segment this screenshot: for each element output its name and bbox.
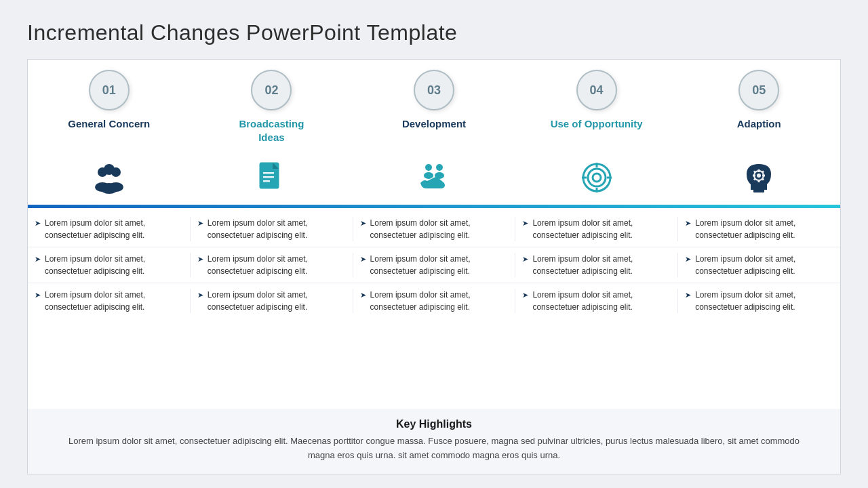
bullet-text-1-4: Lorem ipsum dolor sit amet, consectetuer… [532,217,671,241]
bullets-section: ➤ Lorem ipsum dolor sit amet, consectetu… [28,208,840,409]
bullet-col-3-5: ➤ Lorem ipsum dolor sit amet, consectetu… [678,289,840,313]
arrow-icon-2-2: ➤ [197,253,203,265]
bullet-col-3-2: ➤ Lorem ipsum dolor sit amet, consectetu… [191,289,353,313]
arrow-icon-3-3: ➤ [360,289,366,301]
arrow-icon-3-5: ➤ [685,289,691,301]
step-label-4: Use of Opportunity [551,117,643,131]
bullet-text-2-3: Lorem ipsum dolor sit amet, consectetuer… [370,253,509,277]
bullet-text-1-2: Lorem ipsum dolor sit amet, consectetuer… [208,217,346,241]
step-col-2: 02 BroadcastingIdeas [191,70,353,144]
step-circle-3: 03 [414,70,454,110]
bullet-text-2-4: Lorem ipsum dolor sit amet, consectetuer… [532,253,671,277]
arrow-icon-3-2: ➤ [197,289,203,301]
arrow-icon-1-5: ➤ [685,218,691,229]
bullet-col-1-5: ➤ Lorem ipsum dolor sit amet, consectetu… [678,217,840,241]
svg-rect-27 [753,175,755,177]
bullet-text-1-1: Lorem ipsum dolor sit amet, consectetuer… [45,217,183,241]
arrow-icon-1-2: ➤ [197,218,203,229]
bullet-col-1-1: ➤ Lorem ipsum dolor sit amet, consectetu… [28,217,191,241]
bullet-text-3-1: Lorem ipsum dolor sit amet, consectetuer… [45,289,183,313]
bullet-text-3-2: Lorem ipsum dolor sit amet, consectetuer… [208,289,346,313]
bullet-text-2-5: Lorem ipsum dolor sit amet, consectetuer… [695,253,833,277]
arrow-icon-2-5: ➤ [685,253,691,265]
page: Incremental Changes PowerPoint Template … [0,0,868,488]
bullet-col-1-3: ➤ Lorem ipsum dolor sit amet, consectetu… [353,217,516,241]
svg-rect-25 [758,169,760,172]
step-label-5: Adaption [737,117,781,131]
bullet-text-3-5: Lorem ipsum dolor sit amet, consectetuer… [695,289,833,313]
bullet-col-1-2: ➤ Lorem ipsum dolor sit amet, consectetu… [191,217,353,241]
step-col-4: 04 Use of Opportunity [515,70,678,144]
bullet-col-3-4: ➤ Lorem ipsum dolor sit amet, consectetu… [515,289,678,313]
bullet-text-3-4: Lorem ipsum dolor sit amet, consectetuer… [532,289,671,313]
svg-rect-11 [263,180,270,182]
svg-point-18 [593,174,601,182]
steps-row: 01 General Concern 02 BroadcastingIdeas … [28,60,840,150]
step-col-5: 05 Adaption [677,70,840,144]
bullet-text-1-5: Lorem ipsum dolor sit amet, consectetuer… [695,217,833,241]
arrow-icon-1-4: ➤ [522,218,528,229]
svg-rect-26 [758,180,760,182]
step-label-1: General Concern [68,117,150,131]
head-gear-icon [738,157,779,198]
icon-col-3 [353,157,515,198]
icon-col-5 [677,157,840,198]
svg-point-2 [104,164,115,175]
page-title: Incremental Changes PowerPoint Template [27,20,841,45]
arrow-icon-2-4: ➤ [522,253,528,265]
svg-rect-33 [753,189,764,192]
step-col-3: 03 Development [353,70,515,144]
bullet-col-2-2: ➤ Lorem ipsum dolor sit amet, consectetu… [191,253,353,277]
bullet-text-3-3: Lorem ipsum dolor sit amet, consectetuer… [370,289,509,313]
svg-point-14 [424,172,433,179]
arrow-icon-1-1: ➤ [35,218,41,229]
bullet-row-2: ➤ Lorem ipsum dolor sit amet, consectetu… [28,247,840,283]
bullet-col-2-1: ➤ Lorem ipsum dolor sit amet, consectetu… [28,253,191,277]
arrow-icon-3-1: ➤ [35,289,41,301]
arrow-icon-1-3: ➤ [360,218,366,229]
icon-col-4 [515,157,678,198]
icon-col-2 [191,157,353,198]
svg-point-12 [425,164,432,171]
handshake-icon [414,157,454,198]
step-circle-5: 05 [738,70,779,110]
bullet-col-2-3: ➤ Lorem ipsum dolor sit amet, consectetu… [353,253,516,277]
icons-row [28,150,840,205]
bullet-text-1-3: Lorem ipsum dolor sit amet, consectetuer… [370,217,509,241]
bullet-col-2-5: ➤ Lorem ipsum dolor sit amet, consectetu… [678,253,840,277]
svg-rect-9 [263,172,274,174]
step-circle-4: 04 [576,70,617,110]
svg-point-24 [757,174,761,178]
document-icon [251,157,292,198]
bullet-text-2-1: Lorem ipsum dolor sit amet, consectetuer… [45,253,183,277]
bullet-text-2-2: Lorem ipsum dolor sit amet, consectetuer… [208,253,346,277]
svg-point-5 [100,183,118,194]
svg-rect-10 [263,176,274,178]
bullet-col-2-4: ➤ Lorem ipsum dolor sit amet, consectetu… [515,253,678,277]
step-col-1: 01 General Concern [28,70,191,144]
main-content: 01 General Concern 02 BroadcastingIdeas … [27,59,841,409]
bullet-col-1-4: ➤ Lorem ipsum dolor sit amet, consectetu… [515,217,678,241]
bullet-row-1: ➤ Lorem ipsum dolor sit amet, consectetu… [28,211,840,247]
arrow-icon-2-3: ➤ [360,253,366,265]
footer-title: Key Highlights [55,418,813,430]
footer: Key Highlights Lorem ipsum dolor sit ame… [27,409,841,474]
target-icon [576,157,617,198]
step-label-3: Development [402,117,466,131]
bullet-col-3-1: ➤ Lorem ipsum dolor sit amet, consectetu… [28,289,191,313]
step-circle-2: 02 [251,70,292,110]
step-label-2: BroadcastingIdeas [239,117,304,144]
svg-rect-28 [762,175,765,177]
bullet-row-3: ➤ Lorem ipsum dolor sit amet, consectetu… [28,283,840,319]
arrow-icon-2-1: ➤ [35,253,41,265]
svg-point-17 [588,169,606,186]
step-circle-1: 01 [89,70,130,110]
svg-point-13 [436,164,443,171]
people-icon [89,157,130,198]
arrow-icon-3-4: ➤ [522,289,528,301]
bullet-col-3-3: ➤ Lorem ipsum dolor sit amet, consectetu… [353,289,516,313]
footer-text: Lorem ipsum dolor sit amet, consectetuer… [55,434,813,463]
icon-col-1 [28,157,191,198]
